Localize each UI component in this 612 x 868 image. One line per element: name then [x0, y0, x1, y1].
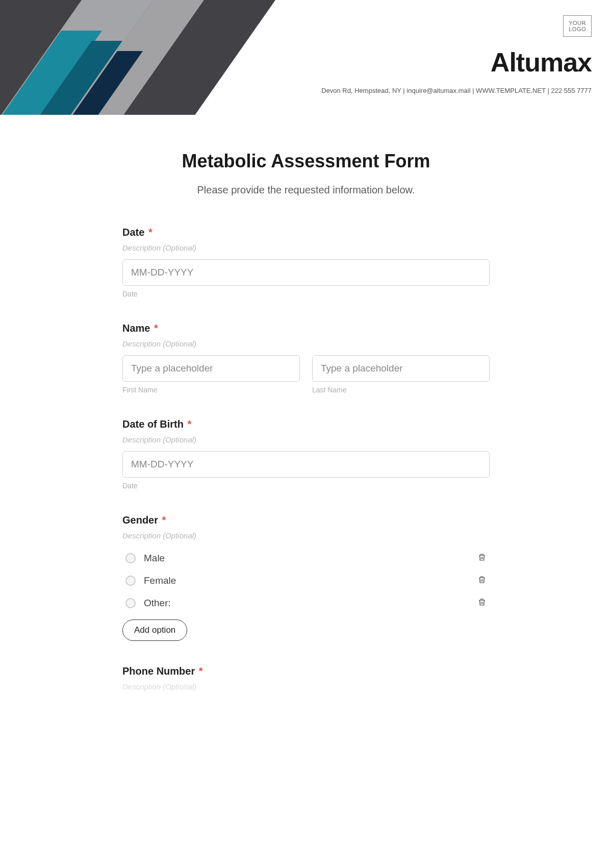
trash-icon[interactable]	[477, 552, 487, 564]
date-input[interactable]	[122, 259, 490, 286]
contact-line: Devon Rd, Hempstead, NY | inquire@altuma…	[321, 87, 592, 94]
required-mark: *	[199, 665, 203, 677]
gender-option-label: Male	[144, 553, 165, 564]
date-label: Date *	[122, 227, 490, 238]
gender-option-other[interactable]: Other:	[122, 592, 490, 614]
name-label: Name *	[122, 323, 490, 334]
gender-label: Gender *	[122, 514, 490, 526]
phone-label: Phone Number *	[122, 665, 490, 677]
add-option-button[interactable]: Add option	[122, 619, 187, 641]
trash-icon[interactable]	[477, 575, 487, 587]
gender-option-male[interactable]: Male	[122, 547, 490, 569]
required-mark: *	[188, 418, 192, 430]
field-date: Date * Description (Optional) Date	[122, 227, 490, 298]
name-description[interactable]: Description (Optional)	[122, 339, 490, 348]
logo-placeholder: YOUR LOGO	[563, 15, 592, 37]
date-sublabel: Date	[122, 290, 490, 298]
phone-description[interactable]: Description (Optional)	[122, 682, 490, 691]
form-container: Metabolic Assessment Form Please provide…	[92, 151, 520, 729]
first-name-sublabel: First Name	[122, 386, 300, 394]
trash-icon[interactable]	[477, 597, 487, 609]
required-mark: *	[148, 227, 152, 238]
dob-sublabel: Date	[122, 482, 490, 490]
field-name: Name * Description (Optional) First Name…	[122, 323, 490, 394]
required-mark: *	[162, 514, 166, 526]
dob-description[interactable]: Description (Optional)	[122, 435, 490, 444]
brand-name: Altumax	[321, 47, 592, 78]
field-gender: Gender * Description (Optional) Male Fem…	[122, 514, 490, 641]
gender-option-label: Female	[144, 575, 176, 586]
form-subtitle: Please provide the requested information…	[122, 184, 490, 196]
date-description[interactable]: Description (Optional)	[122, 243, 490, 252]
dob-input[interactable]	[122, 451, 490, 478]
form-title: Metabolic Assessment Form	[122, 151, 490, 172]
field-dob: Date of Birth * Description (Optional) D…	[122, 418, 490, 490]
gender-description[interactable]: Description (Optional)	[122, 531, 490, 540]
required-mark: *	[154, 323, 158, 334]
logo-line1: YOUR	[569, 20, 586, 26]
radio-icon[interactable]	[125, 576, 136, 586]
dob-label: Date of Birth *	[122, 418, 490, 430]
gender-option-label: Other:	[144, 598, 171, 609]
logo-line2: LOGO	[569, 26, 586, 32]
last-name-input[interactable]	[312, 355, 490, 382]
radio-icon[interactable]	[125, 553, 136, 563]
first-name-input[interactable]	[122, 355, 300, 382]
field-phone: Phone Number * Description (Optional)	[122, 665, 490, 691]
last-name-sublabel: Last Name	[312, 386, 490, 394]
header-banner: YOUR LOGO Altumax Devon Rd, Hempstead, N…	[0, 0, 612, 115]
radio-icon[interactable]	[125, 598, 136, 608]
gender-option-female[interactable]: Female	[122, 569, 490, 592]
